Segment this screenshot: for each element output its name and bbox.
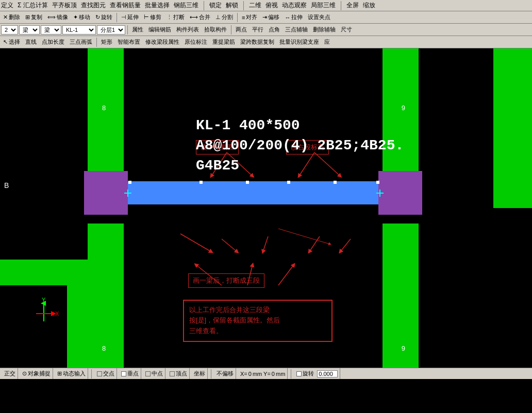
handle-mid4-top[interactable] xyxy=(334,181,337,184)
handle-right-top[interactable] xyxy=(376,181,379,184)
btn-aux-three-point[interactable]: 三点辅轴 xyxy=(283,25,310,35)
btn-point-length[interactable]: 点加长度 xyxy=(40,37,66,47)
status-x: X= 0 mm Y= 0 mm xyxy=(238,368,288,379)
type-select2[interactable]: 梁 xyxy=(41,25,61,35)
beam-text-line1: KL-1 400*500 xyxy=(196,115,404,135)
status-no-offset[interactable]: 不偏移 xyxy=(214,368,236,379)
status-mid[interactable]: 中点 xyxy=(143,368,165,379)
btn-delete-aux[interactable]: 删除辅轴 xyxy=(311,25,338,35)
status-ortho[interactable]: 正交 xyxy=(2,368,18,379)
btn-arc[interactable]: 三点画弧 xyxy=(68,37,94,47)
menu-define[interactable]: 定义 xyxy=(1,1,13,10)
layer-select[interactable]: 2 xyxy=(1,25,18,35)
btn-pick[interactable]: 拾取构件 xyxy=(202,25,229,35)
btn-setpoint[interactable]: 设置夹点 xyxy=(306,12,332,22)
check-endpoint xyxy=(170,371,175,376)
btn-align[interactable]: ≡ 对齐 xyxy=(240,12,259,22)
handle-mid2-top[interactable] xyxy=(246,181,249,184)
btn-two-point[interactable]: 两点 xyxy=(234,25,249,35)
btn-move[interactable]: ✦ 移动 xyxy=(71,12,92,22)
btn-mirror[interactable]: ⟺ 镜像 xyxy=(45,12,70,22)
btn-delete[interactable]: ✕ 删除 xyxy=(1,12,22,22)
btn-copy[interactable]: ⊞ 复制 xyxy=(23,12,44,22)
status-dynamic[interactable]: ⊞ 动态输入 xyxy=(55,368,88,379)
handle-mid3-top[interactable] xyxy=(287,181,290,184)
menu-rebar-3d[interactable]: 钢筋三维 xyxy=(174,1,198,10)
beam-text-line2: A8@100/200(4) 2B25;4B25. xyxy=(196,135,404,156)
btn-smart-layout[interactable]: 智能布置 xyxy=(115,37,142,47)
x-label: X= xyxy=(240,371,247,377)
menu-unlock[interactable]: 解锁 xyxy=(226,1,238,10)
btn-modify-segment[interactable]: 修改梁段属性 xyxy=(143,37,181,47)
info-box: 以上工作完后合并这三段梁 按[是]，保留各截面属性。然后 三维查看。 xyxy=(183,300,332,342)
svg-text:Y: Y xyxy=(42,297,46,303)
menu-rebar-view[interactable]: 查看钢筋量 xyxy=(110,1,141,10)
menu-lock[interactable]: 锁定 xyxy=(209,1,222,10)
split-icon: ⊥ xyxy=(215,14,221,21)
status-perp[interactable]: 垂点 xyxy=(119,368,141,379)
component-select[interactable]: KL-1 xyxy=(62,25,96,35)
coord-label: 坐标 xyxy=(194,370,205,377)
btn-merge[interactable]: ⟷ 合并 xyxy=(188,12,212,22)
right-black-inset xyxy=(493,208,532,368)
joint-left xyxy=(84,171,128,215)
btn-in-situ[interactable]: 原位标注 xyxy=(182,37,209,47)
stretch-icon: ↔ xyxy=(285,14,290,21)
btn-split[interactable]: ⊥ 分割 xyxy=(213,12,235,22)
menu-dynamic-view[interactable]: 动态观察 xyxy=(282,1,307,10)
menu-local-3d[interactable]: 局部三维 xyxy=(311,1,336,10)
btn-component-list[interactable]: 构件列表 xyxy=(174,25,201,35)
x-unit: mm Y= xyxy=(253,371,271,377)
break-label: 画一梁后，打断成三段 xyxy=(188,273,264,288)
menu-flatten[interactable]: 平齐板顶 xyxy=(52,1,77,10)
btn-point-angle[interactable]: 点角 xyxy=(267,25,282,35)
canvas: B 8 9 8 9 改中段截面 改右段标高 KL-1 400*500 A8@10… xyxy=(0,48,532,368)
btn-extend[interactable]: ⊣ 延伸 xyxy=(119,12,141,22)
btn-offset[interactable]: ⇥ 偏移 xyxy=(260,12,281,22)
menu-find[interactable]: 查找图元 xyxy=(81,1,106,10)
handle-mid1-top[interactable] xyxy=(200,181,203,184)
component-toolbar: 2 梁 梁 KL-1 分层1 属性 编辑钢筋 构件列表 拾取构件 两点 平行 点… xyxy=(0,24,532,36)
btn-span-copy[interactable]: 梁跨数据复制 xyxy=(238,37,276,47)
btn-line[interactable]: 直线 xyxy=(23,37,39,47)
menu-fullscreen[interactable]: 全屏 xyxy=(346,1,359,10)
status-coord[interactable]: 坐标 xyxy=(192,368,208,379)
btn-batch-identify[interactable]: 批量识别梁支座 xyxy=(277,37,321,47)
btn-select[interactable]: ↖ 选择 xyxy=(1,37,22,47)
status-endpoint[interactable]: 顶点 xyxy=(168,368,190,379)
status-rotate[interactable]: 旋转 0.000 xyxy=(294,368,340,379)
rotate-label: 旋转 xyxy=(303,370,314,377)
menu-2d[interactable]: 二维 xyxy=(249,1,261,10)
status-snap[interactable]: ⊙ 对象捕捉 xyxy=(20,368,53,379)
menu-top-view[interactable]: 俯视 xyxy=(265,1,278,10)
dynamic-label: 动态输入 xyxy=(63,370,86,377)
menubar: 定义 Σ 汇总计算 平齐板顶 查找图元 查看钢筋量 批量选择 钢筋三维 锁定 解… xyxy=(0,0,532,11)
btn-apply[interactable]: 应 xyxy=(322,37,332,47)
menu-zoom[interactable]: 缩放 xyxy=(363,1,375,10)
joint-right xyxy=(378,171,422,215)
btn-edit-rebar[interactable]: 编辑钢筋 xyxy=(146,25,173,35)
dynamic-icon: ⊞ xyxy=(57,370,62,377)
beam-element[interactable] xyxy=(128,181,378,204)
status-intersect[interactable]: 交点 xyxy=(95,368,117,379)
floor-select[interactable]: 分层1 xyxy=(97,25,125,35)
btn-rotate[interactable]: ↻ 旋转 xyxy=(93,12,114,22)
cross-right xyxy=(376,190,384,197)
btn-break[interactable]: ⋮ 打断 xyxy=(164,12,187,22)
break-icon: ⋮ xyxy=(167,14,172,21)
handle-left-top[interactable] xyxy=(128,181,131,184)
btn-stretch[interactable]: ↔ 拉伸 xyxy=(282,12,305,22)
type-select1[interactable]: 梁 xyxy=(19,25,40,35)
btn-dimension[interactable]: 尺寸 xyxy=(339,25,354,35)
menu-batch-select[interactable]: 批量选择 xyxy=(145,1,170,10)
merge-icon: ⟷ xyxy=(190,14,198,21)
btn-re-rebar[interactable]: 重提梁筋 xyxy=(210,37,237,47)
align-icon: ≡ xyxy=(242,14,245,21)
btn-trim[interactable]: ⊢ 修剪 xyxy=(142,12,163,22)
btn-parallel[interactable]: 平行 xyxy=(250,25,265,35)
menu-sum[interactable]: Σ 汇总计算 xyxy=(18,1,48,10)
check-intersect xyxy=(97,371,102,376)
btn-property[interactable]: 属性 xyxy=(130,25,145,35)
num9-bottom: 9 xyxy=(402,345,405,352)
btn-rect[interactable]: 矩形 xyxy=(99,37,114,47)
